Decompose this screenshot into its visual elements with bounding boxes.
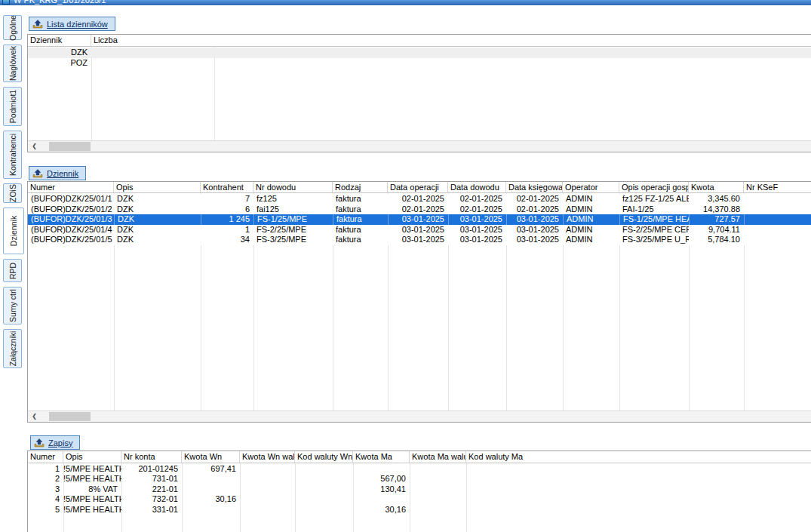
column-header[interactable]: Data dowodu [448, 182, 506, 192]
zapisy-button-label: Zapisy [48, 438, 72, 447]
table-cell: FS-3/25/MPE U_RE [619, 235, 689, 245]
table-cell: 03-01-2025 [448, 225, 506, 235]
table-cell: fai125 [253, 204, 333, 215]
table-cell: (BUFOR)DZK/25/01/1 [28, 194, 114, 204]
table-cell: FS-2/25/MPE [253, 225, 333, 235]
table-cell [410, 494, 466, 504]
table-cell: 03-01-2025 [448, 214, 506, 225]
table-cell [240, 505, 295, 515]
table-cell [182, 484, 240, 494]
table-header-row: DziennikLiczba [28, 35, 811, 47]
table-cell: 02-01-2025 [388, 194, 448, 204]
sidebar-tab-label: Ogólne [8, 15, 17, 41]
sidebar-tab-1[interactable]: Ogólne [3, 15, 22, 40]
column-header[interactable]: Nr konta [121, 451, 182, 463]
table-cell: 03-01-2025 [506, 214, 563, 225]
column-header[interactable]: Opis [63, 451, 121, 463]
table-row[interactable]: 1!5/MPE HEALTH201-01245697,41 [28, 464, 811, 474]
table-cell [744, 235, 811, 245]
column-header[interactable]: Kontrahent [201, 182, 253, 192]
scroll-left-icon[interactable]: ❮ [28, 411, 41, 422]
eject-arrow-icon [32, 169, 43, 178]
sidebar-tab-2[interactable]: Nagłówek [3, 45, 22, 82]
table-cell: 14,370.88 [689, 204, 744, 215]
column-header[interactable]: Kwota [689, 182, 744, 192]
table-row[interactable]: 2!5/MPE HEALTH731-01567,00 [28, 474, 811, 484]
table-cell: 1 245 [201, 214, 253, 225]
sidebar-tab-9[interactable]: Załączniki [3, 329, 22, 368]
column-header[interactable]: Kwota Ma walu [410, 451, 466, 463]
lista-dziennikow-button[interactable]: Lista dzienników [29, 17, 115, 31]
scroll-thumb[interactable] [49, 142, 91, 151]
column-header[interactable]: Numer [28, 451, 63, 463]
table-cell: 30,16 [353, 505, 410, 515]
sidebar-tab-label: ZOiS [8, 184, 17, 202]
table-row[interactable]: (BUFOR)DZK/25/01/2DZK6fai125faktura02-01… [28, 204, 811, 215]
column-header[interactable]: Dziennik [28, 35, 91, 46]
table-row[interactable]: DZK [28, 48, 811, 58]
table-row[interactable]: 5!5/MPE HEALTH331-0130,16 [28, 505, 811, 515]
column-header[interactable]: Kwota Wn [182, 451, 240, 463]
sidebar-tab-label: RPD [8, 262, 17, 278]
window-titlebar[interactable]: W PK_KRG_1/01/2025/1 [0, 0, 811, 5]
table-cell: 4 [28, 494, 63, 504]
table-cell: faktura [333, 214, 388, 225]
sidebar-tab-label: Sumy ctrl [8, 289, 17, 322]
sidebar-tab-8[interactable]: Sumy ctrl [3, 287, 22, 324]
scroll-left-icon[interactable]: ❮ [28, 141, 41, 152]
table-cell: FS-1/25/MPE HEAL [619, 214, 689, 225]
column-header[interactable]: Kod waluty Wn [295, 451, 353, 463]
zapisy-button[interactable]: Zapisy [30, 435, 80, 450]
column-header[interactable]: Kod waluty Ma [466, 451, 811, 463]
column-header[interactable]: Rodzaj [333, 182, 388, 192]
sidebar-tab-5[interactable]: ZOiS [3, 183, 22, 203]
table-cell [295, 474, 353, 484]
dziennik-button[interactable]: Dziennik [29, 166, 86, 180]
sidebar-tab-4[interactable]: Kontrahenci [3, 131, 22, 179]
table-row[interactable]: (BUFOR)DZK/25/01/1DZK7fz125faktura02-01-… [28, 194, 811, 204]
table-cell [466, 484, 811, 494]
column-header[interactable]: Numer [28, 182, 114, 192]
table-row[interactable]: 38% VAT221-01130,41 [28, 484, 811, 494]
table-cell: !5/MPE HEALTH [63, 474, 121, 484]
column-header[interactable]: Liczba [91, 35, 214, 46]
dziennik-horizontal-scrollbar[interactable]: ❮ [28, 411, 811, 422]
scroll-thumb[interactable] [49, 412, 91, 421]
dziennik-button-label: Dziennik [47, 169, 78, 178]
table-cell: 03-01-2025 [388, 214, 448, 225]
column-header[interactable]: Data księgowa [506, 182, 563, 192]
table-cell: 8% VAT [63, 484, 121, 494]
table-row[interactable]: (BUFOR)DZK/25/01/3DZK1 245FS-1/25/MPEfak… [28, 214, 811, 225]
table-cell: faktura [333, 225, 388, 235]
column-header[interactable]: Operator [563, 182, 619, 192]
table-cell: 02-01-2025 [506, 204, 563, 215]
table-cell: fz125 [253, 194, 333, 204]
column-header[interactable]: Nr dowodu [253, 182, 333, 192]
table-row[interactable]: (BUFOR)DZK/25/01/5DZK34FS-3/25/MPEfaktur… [28, 235, 811, 245]
table-cell: 34 [201, 235, 253, 245]
table-cell: 567,00 [353, 474, 410, 484]
column-header[interactable]: Opis [114, 182, 201, 192]
lista-horizontal-scrollbar[interactable]: ❮ [28, 140, 811, 152]
column-header[interactable]: Kwota Wn walu [240, 451, 295, 463]
column-header[interactable]: Data operacji [388, 182, 448, 192]
sidebar-tab-6[interactable]: Dziennik [3, 208, 24, 254]
sidebar-tab-3[interactable]: Podmiot1 [3, 87, 22, 126]
table-cell [91, 58, 214, 69]
table-row[interactable]: (BUFOR)DZK/25/01/4DZK1FS-2/25/MPEfaktura… [28, 225, 811, 235]
column-header[interactable]: Kwota Ma [353, 451, 410, 463]
table-cell [240, 464, 295, 474]
column-header[interactable]: Nr KSeF [744, 182, 811, 192]
table-cell: 9,704.11 [689, 225, 744, 235]
table-cell [240, 484, 295, 494]
column-header[interactable]: Opis operacji gosp [619, 182, 689, 192]
sidebar-tab-7[interactable]: RPD [3, 259, 22, 282]
table-row[interactable]: 4!5/MPE HEALTH732-0130,16 [28, 494, 811, 504]
sidebar-tab-label: Dziennik [9, 216, 18, 246]
table-cell [466, 474, 811, 484]
table-cell: FAI-1/25 [619, 204, 689, 215]
table-cell [295, 464, 353, 474]
table-cell: faktura [333, 194, 388, 204]
table-cell: 1 [201, 225, 253, 235]
table-row[interactable]: POZ [28, 58, 811, 69]
